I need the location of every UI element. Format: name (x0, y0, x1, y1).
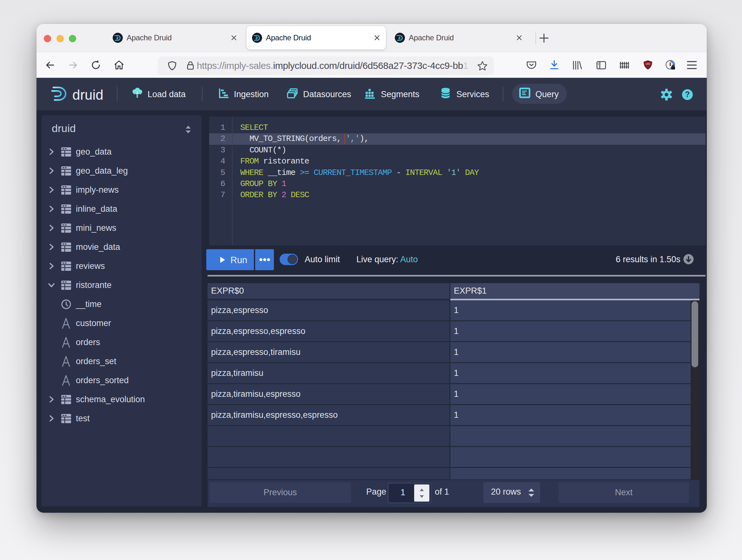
svg-text:?: ? (685, 90, 690, 99)
svg-text:UO: UO (645, 62, 650, 65)
